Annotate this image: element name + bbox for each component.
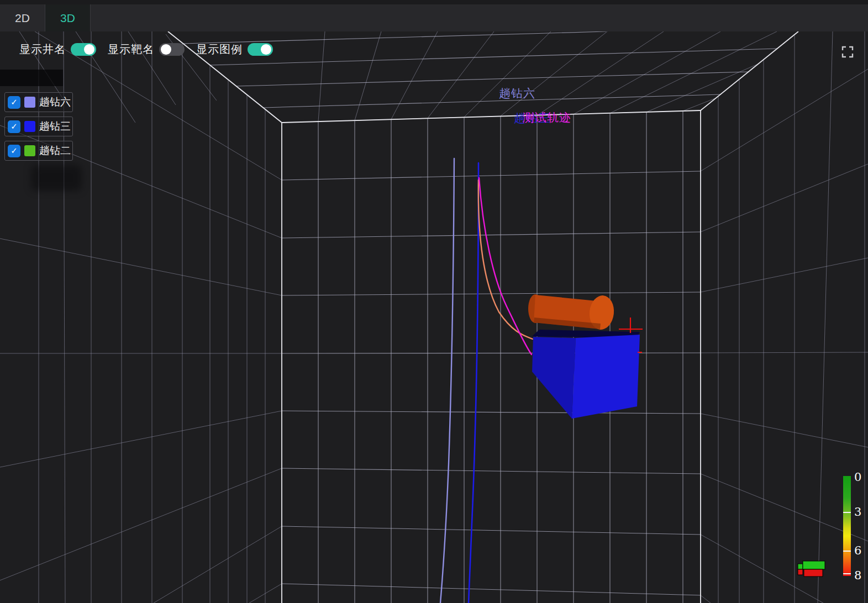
- scene-3d-viewport[interactable]: 趟钻六 趟钻三 测试轨迹: [0, 0, 868, 603]
- toggle-show-well-names[interactable]: [71, 43, 96, 56]
- colorbar-tick: [843, 512, 851, 513]
- tab-bar: 2D 3D: [0, 0, 868, 31]
- scene-3d-canvas[interactable]: 趟钻六 趟钻三 测试轨迹: [0, 0, 868, 603]
- toggle-knob: [161, 44, 171, 55]
- target-box-front-face: [572, 335, 640, 419]
- artifact-dark-patch: [0, 70, 63, 86]
- toggle-label-well-names: 显示井名: [19, 42, 66, 57]
- tab-2d[interactable]: 2D: [0, 4, 45, 31]
- toggle-pair-legend: 显示图例: [196, 42, 273, 57]
- toggle-pair-target-names: 显示靶名: [108, 42, 185, 57]
- toggle-show-target-names[interactable]: [159, 43, 185, 56]
- well-color-swatch: [24, 145, 35, 156]
- tab-3d[interactable]: 3D: [45, 4, 91, 31]
- well-label-test-track: 测试轨迹: [523, 111, 571, 124]
- colorbar-tick: [843, 551, 851, 552]
- colorbar-label-3: 3: [854, 505, 861, 519]
- colorbar-label-6: 6: [854, 544, 861, 557]
- legend-well-label: 趟钻六: [39, 95, 71, 109]
- fullscreen-icon[interactable]: [841, 45, 854, 59]
- well-color-swatch: [24, 121, 35, 132]
- color-scale-bar: 0 3 6 8: [843, 476, 851, 576]
- colorbar-tick: [843, 573, 851, 574]
- top-strip: [0, 0, 868, 4]
- scene-background: [0, 0, 868, 603]
- display-toggles: 显示井名 显示靶名 显示图例: [19, 42, 285, 57]
- colorbar-label-0: 0: [854, 470, 861, 484]
- legend-well-label: 趟钻三: [39, 119, 71, 134]
- legend-row-well-two[interactable]: ✓ 趟钻二: [4, 141, 73, 161]
- well-color-swatch: [24, 97, 35, 108]
- legend-row-well-three[interactable]: ✓ 趟钻三: [4, 117, 73, 136]
- toggle-pair-well-names: 显示井名: [19, 42, 96, 57]
- app-root: 趟钻六 趟钻三 测试轨迹: [0, 0, 868, 603]
- tab-row: 2D 3D: [0, 4, 91, 31]
- checkbox-checked-icon[interactable]: ✓: [8, 145, 20, 157]
- artifact-blur-patch: [31, 165, 82, 191]
- checkbox-checked-icon[interactable]: ✓: [8, 120, 20, 133]
- toggle-show-legend[interactable]: [248, 43, 273, 56]
- toggle-label-legend: 显示图例: [196, 42, 243, 57]
- toggle-label-target-names: 显示靶名: [108, 42, 154, 57]
- toggle-knob: [84, 44, 94, 55]
- well-legend: ✓ 趟钻六 ✓ 趟钻三 ✓ 趟钻二: [4, 92, 73, 165]
- legend-well-label: 趟钻二: [39, 144, 71, 158]
- well-label-six: 趟钻六: [499, 87, 535, 99]
- toggle-knob: [261, 44, 271, 55]
- checkbox-checked-icon[interactable]: ✓: [8, 96, 20, 109]
- legend-row-well-six[interactable]: ✓ 趟钻六: [4, 92, 73, 112]
- colorbar-label-8: 8: [854, 569, 861, 582]
